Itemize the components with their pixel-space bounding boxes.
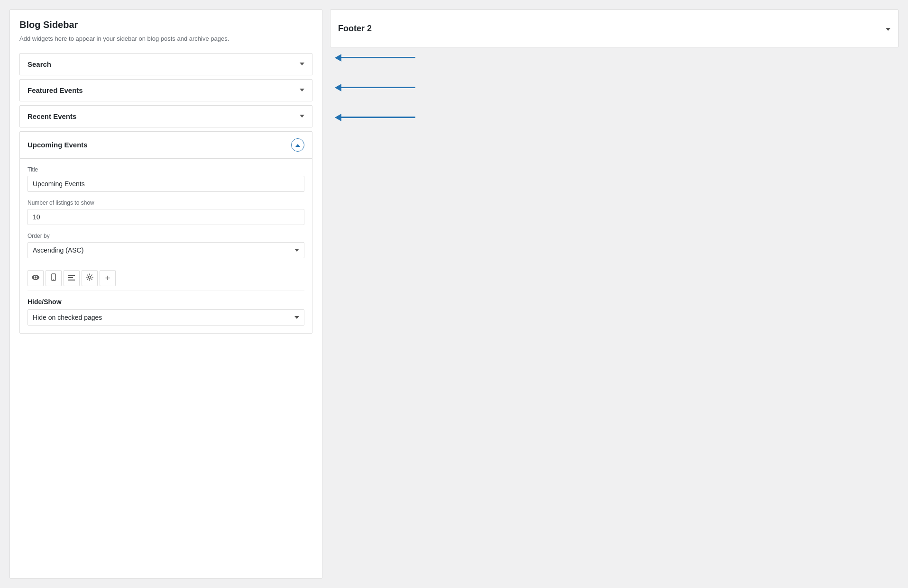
chevron-down-icon	[300, 63, 304, 65]
title-field-group: Title	[28, 166, 304, 192]
align-icon	[68, 274, 75, 282]
footer-title: Footer 2	[338, 24, 372, 34]
svg-rect-2	[68, 275, 75, 276]
orderby-label: Order by	[28, 233, 304, 239]
arrows-container	[330, 57, 899, 118]
chevron-up-icon	[295, 144, 300, 147]
footer-header: Footer 2	[330, 9, 899, 47]
hide-show-label: Hide/Show	[28, 298, 304, 306]
arrow-line-3	[339, 117, 415, 118]
visibility-button[interactable]	[28, 270, 44, 286]
widget-search-header[interactable]: Search	[20, 54, 312, 75]
orderby-field-group: Order by Ascending (ASC) Descending (DES…	[28, 233, 304, 258]
sidebar-description: Add widgets here to appear in your sideb…	[19, 34, 312, 44]
widget-toolbar: +	[28, 266, 304, 290]
widget-upcoming-events-header[interactable]: Upcoming Events	[20, 132, 312, 158]
collapse-button[interactable]	[291, 138, 304, 152]
widget-featured-events: Featured Events	[19, 79, 312, 101]
eye-icon	[32, 274, 39, 282]
upcoming-events-form: Title Number of listings to show Order b…	[20, 158, 312, 333]
svg-point-1	[53, 279, 54, 280]
widget-featured-events-header[interactable]: Featured Events	[20, 80, 312, 101]
mobile-icon	[51, 273, 56, 282]
widget-recent-events-label: Recent Events	[28, 112, 76, 120]
settings-button[interactable]	[82, 270, 98, 286]
widget-upcoming-events: Upcoming Events Title Number of listings…	[19, 131, 312, 334]
align-button[interactable]	[64, 270, 80, 286]
arrow-2	[339, 87, 899, 88]
widget-recent-events-header[interactable]: Recent Events	[20, 106, 312, 127]
svg-point-5	[89, 276, 91, 279]
widget-recent-events: Recent Events	[19, 105, 312, 127]
title-label: Title	[28, 166, 304, 173]
orderby-select[interactable]: Ascending (ASC) Descending (DESC)	[28, 242, 304, 258]
left-panel: Blog Sidebar Add widgets here to appear …	[9, 9, 322, 579]
widget-search-label: Search	[28, 60, 51, 68]
widget-upcoming-events-label: Upcoming Events	[28, 141, 88, 149]
svg-rect-4	[68, 280, 75, 280]
add-button[interactable]: +	[100, 270, 116, 286]
widget-featured-events-label: Featured Events	[28, 86, 83, 94]
listings-label: Number of listings to show	[28, 199, 304, 206]
svg-rect-3	[68, 277, 73, 278]
chevron-down-icon	[300, 115, 304, 118]
chevron-down-icon	[300, 89, 304, 91]
arrow-line-1	[339, 57, 415, 58]
title-input[interactable]	[28, 176, 304, 192]
arrow-line-2	[339, 87, 415, 88]
sidebar-title: Blog Sidebar	[19, 19, 312, 30]
listings-input[interactable]	[28, 209, 304, 225]
plus-icon: +	[105, 274, 110, 282]
gear-icon	[86, 273, 93, 282]
arrow-3	[339, 117, 899, 118]
listings-field-group: Number of listings to show	[28, 199, 304, 225]
hide-show-section: Hide/Show Hide on checked pages Show on …	[28, 298, 304, 326]
widget-search: Search	[19, 53, 312, 75]
arrow-1	[339, 57, 899, 58]
mobile-button[interactable]	[46, 270, 62, 286]
footer-chevron-down-icon	[886, 24, 890, 33]
hide-show-select[interactable]: Hide on checked pages Show on checked pa…	[28, 309, 304, 326]
right-panel: Footer 2	[330, 9, 899, 579]
